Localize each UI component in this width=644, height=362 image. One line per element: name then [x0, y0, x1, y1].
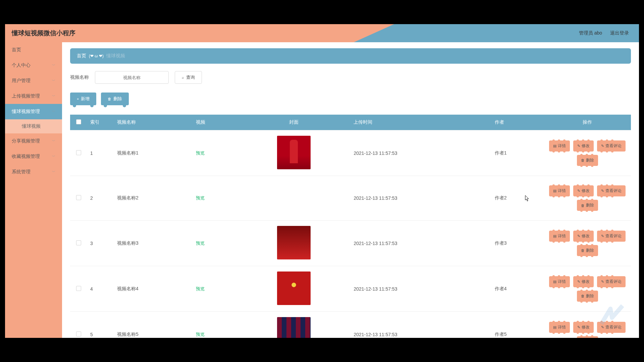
sidebar-item-2[interactable]: 用户管理﹀ [5, 73, 62, 88]
breadcrumb-decoration: (❤ ω ❤) [89, 54, 104, 58]
delete-button[interactable]: 🗑删除 [577, 155, 598, 166]
cover-thumbnail[interactable] [277, 226, 311, 259]
edit-button[interactable]: ✎修改 [573, 231, 594, 242]
sidebar-item-label: 系统管理 [12, 169, 31, 175]
sidebar-item-4[interactable]: 懂球视频管理﹀ [5, 104, 62, 119]
delete-button[interactable]: 🗑删除 [577, 291, 598, 302]
comments-button[interactable]: ✎查看评论 [597, 231, 626, 242]
row-checkbox[interactable] [76, 331, 81, 337]
cell-name: 视频名称2 [114, 176, 193, 221]
detail-button[interactable]: ▤详情 [549, 276, 570, 287]
sidebar-item-0[interactable]: 首页 [5, 42, 62, 58]
comments-button[interactable]: ✎查看评论 [597, 322, 626, 333]
trash-icon: 🗑 [581, 294, 585, 298]
edit-button[interactable]: ✎修改 [573, 322, 594, 333]
preview-link[interactable]: 预览 [196, 195, 205, 200]
detail-button[interactable]: ▤详情 [549, 185, 570, 196]
sidebar-item-5[interactable]: 分享视频管理﹀ [5, 133, 62, 149]
edit-icon: ✎ [577, 234, 580, 238]
detail-icon: ▤ [553, 144, 556, 148]
col-index: 索引 [87, 115, 114, 130]
preview-link[interactable]: 预览 [196, 286, 205, 291]
delete-button[interactable]: 🗑删除 [577, 245, 598, 256]
cell-author: 作者5 [491, 312, 544, 338]
edit-button[interactable]: ✎修改 [573, 140, 594, 152]
search-button-label: 查询 [186, 74, 195, 80]
cell-name: 视频名称5 [114, 312, 193, 338]
row-checkbox[interactable] [76, 240, 81, 245]
delete-button[interactable]: 🗑删除 [577, 336, 598, 338]
row-checkbox[interactable] [76, 195, 81, 200]
edit-icon: ✎ [577, 325, 580, 329]
video-name-search-input[interactable] [95, 71, 169, 84]
sidebar-item-label: 上传视频管理 [12, 93, 40, 99]
cell-upload-time: 2021-12-13 11:57:53 [350, 221, 491, 266]
chevron-down-icon: ﹀ [52, 109, 55, 114]
delete-button[interactable]: 🗑删除 [577, 200, 598, 211]
cell-author: 作者2 [491, 176, 544, 221]
col-ops: 操作 [544, 115, 631, 130]
comment-icon: ✎ [601, 325, 604, 329]
table-row: 4视频名称4预览2021-12-13 11:57:53作者4▤详情✎修改✎查看评… [70, 266, 631, 312]
admin-user-label[interactable]: 管理员 abo [579, 30, 602, 36]
preview-link[interactable]: 预览 [196, 150, 205, 156]
edit-icon: ✎ [577, 280, 580, 284]
detail-icon: ▤ [553, 234, 556, 238]
chevron-down-icon: ﹀ [52, 78, 55, 83]
cell-name: 视频名称4 [114, 266, 193, 312]
cover-thumbnail[interactable] [277, 136, 311, 169]
comments-button[interactable]: ✎查看评论 [597, 276, 626, 287]
comments-button[interactable]: ✎查看评论 [597, 185, 626, 196]
app-title: 懂球短视频微信小程序 [12, 29, 75, 38]
app-header: 懂球短视频微信小程序 管理员 abo 退出登录 [5, 24, 639, 42]
cover-thumbnail[interactable] [241, 181, 274, 215]
detail-icon: ▤ [553, 280, 556, 284]
video-table: 索引 视频名称 视频 封面 上传时间 作者 操作 1视频名称1预览2021-12… [70, 115, 631, 338]
comment-icon: ✎ [601, 189, 604, 193]
sidebar-item-1[interactable]: 个人中心﹀ [5, 58, 62, 73]
chevron-down-icon: ﹀ [52, 139, 55, 143]
col-cover: 封面 [237, 115, 350, 130]
search-button[interactable]: ⌕ 查询 [175, 71, 202, 84]
logout-link[interactable]: 退出登录 [610, 30, 629, 36]
sidebar-item-label: 收藏视频管理 [12, 154, 40, 160]
row-checkbox[interactable] [76, 150, 81, 155]
cell-author: 作者4 [491, 266, 544, 312]
chevron-down-icon: ﹀ [52, 63, 55, 68]
row-checkbox[interactable] [76, 286, 81, 291]
preview-link[interactable]: 预览 [196, 332, 205, 337]
detail-button[interactable]: ▤详情 [549, 322, 570, 333]
trash-icon: 🗑 [108, 97, 111, 101]
table-row: 2视频名称2预览2021-12-13 11:57:53作者2▤详情✎修改✎查看评… [70, 176, 631, 221]
comment-icon: ✎ [601, 144, 604, 148]
sidebar: 首页个人中心﹀用户管理﹀上传视频管理﹀懂球视频管理﹀懂球视频分享视频管理﹀收藏视… [5, 42, 62, 338]
cover-thumbnail[interactable] [277, 272, 311, 305]
search-icon: ⌕ [182, 75, 184, 79]
sidebar-item-6[interactable]: 收藏视频管理﹀ [5, 149, 62, 164]
detail-button[interactable]: ▤详情 [549, 231, 570, 242]
comment-icon: ✎ [601, 280, 604, 284]
cell-author: 作者3 [491, 221, 544, 266]
comment-icon: ✎ [601, 234, 604, 238]
sidebar-item-label: 首页 [12, 47, 21, 53]
plus-icon: + [77, 97, 79, 101]
select-all-checkbox[interactable] [76, 119, 81, 124]
edit-button[interactable]: ✎修改 [573, 185, 594, 196]
sidebar-item-7[interactable]: 系统管理﹀ [5, 164, 62, 180]
breadcrumb-home[interactable]: 首页 [77, 53, 86, 59]
add-button[interactable]: + 新增 [70, 93, 96, 105]
sidebar-subitem[interactable]: 懂球视频 [5, 119, 62, 133]
detail-button[interactable]: ▤详情 [549, 140, 570, 152]
cover-thumbnail[interactable] [277, 317, 311, 338]
edit-button[interactable]: ✎修改 [573, 276, 594, 287]
sidebar-item-3[interactable]: 上传视频管理﹀ [5, 88, 62, 104]
comments-button[interactable]: ✎查看评论 [597, 140, 626, 152]
chevron-down-icon: ﹀ [52, 94, 55, 99]
col-name: 视频名称 [114, 115, 193, 130]
preview-link[interactable]: 预览 [196, 241, 205, 246]
detail-icon: ▤ [553, 325, 556, 329]
batch-delete-button[interactable]: 🗑 删除 [101, 93, 129, 105]
cell-upload-time: 2021-12-13 11:57:53 [350, 130, 491, 176]
breadcrumb-current: 懂球视频 [106, 53, 125, 59]
table-row: 1视频名称1预览2021-12-13 11:57:53作者1▤详情✎修改✎查看评… [70, 130, 631, 176]
